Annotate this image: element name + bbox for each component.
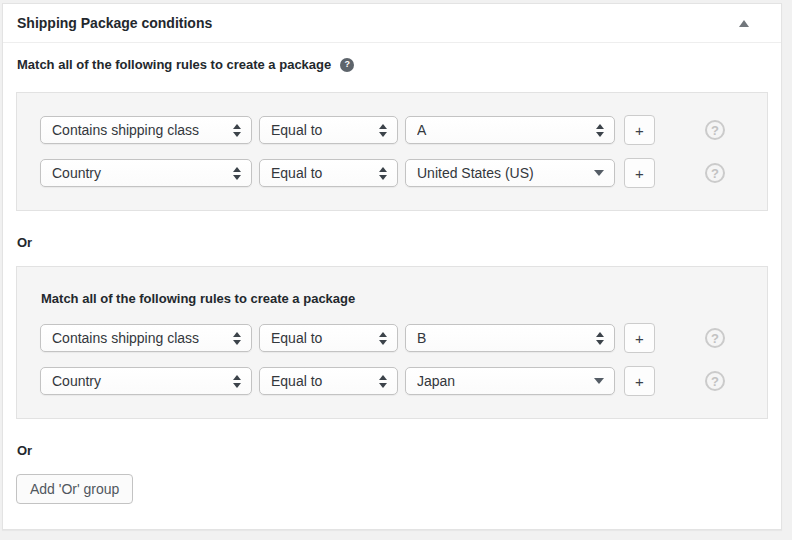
group-2-heading-label: Match all of the following rules to crea…	[41, 291, 355, 306]
panel-header: Shipping Package conditions	[3, 4, 781, 43]
value-select[interactable]: B	[405, 324, 615, 352]
add-condition-button[interactable]: +	[624, 323, 655, 353]
condition-select[interactable]: Contains shipping class	[40, 116, 252, 144]
condition-select[interactable]: Country	[40, 159, 252, 187]
value-dropdown[interactable]: United States (US)	[405, 159, 615, 187]
condition-select[interactable]: Country	[40, 367, 252, 395]
help-circle-icon[interactable]: ?	[705, 163, 725, 183]
condition-row: Contains shipping class Equal to A + ?	[40, 115, 747, 145]
help-circle-icon[interactable]: ?	[705, 371, 725, 391]
group-2-heading: Match all of the following rules to crea…	[41, 291, 747, 306]
add-condition-button[interactable]: +	[624, 115, 655, 145]
select-updown-icon	[596, 332, 604, 345]
condition-row: Contains shipping class Equal to B + ?	[40, 323, 747, 353]
select-updown-icon	[379, 167, 387, 180]
add-or-group-button[interactable]: Add 'Or' group	[16, 474, 133, 504]
or-label: Or	[17, 443, 768, 458]
condition-group-1: Contains shipping class Equal to A + ? C…	[16, 92, 768, 211]
select-updown-icon	[379, 332, 387, 345]
shipping-package-conditions-panel: Shipping Package conditions Match all of…	[2, 3, 782, 530]
select-updown-icon	[233, 124, 241, 137]
value-select[interactable]: A	[405, 116, 615, 144]
chevron-up-icon	[739, 20, 749, 27]
select-updown-icon	[233, 332, 241, 345]
help-icon[interactable]: ?	[340, 58, 354, 72]
operator-select[interactable]: Equal to	[259, 324, 398, 352]
condition-select[interactable]: Contains shipping class	[40, 324, 252, 352]
chevron-down-icon	[594, 170, 604, 176]
add-condition-button[interactable]: +	[624, 366, 655, 396]
value-dropdown[interactable]: Japan	[405, 367, 615, 395]
condition-row: Country Equal to United States (US) + ?	[40, 158, 747, 188]
chevron-down-icon	[594, 378, 604, 384]
group-1-heading: Match all of the following rules to crea…	[17, 57, 768, 72]
panel-title: Shipping Package conditions	[17, 15, 212, 31]
select-updown-icon	[379, 124, 387, 137]
operator-select[interactable]: Equal to	[259, 159, 398, 187]
or-label: Or	[17, 235, 768, 250]
collapse-toggle-button[interactable]	[733, 14, 755, 33]
select-updown-icon	[233, 167, 241, 180]
group-1-heading-label: Match all of the following rules to crea…	[17, 57, 331, 72]
select-updown-icon	[379, 375, 387, 388]
condition-group-2: Match all of the following rules to crea…	[16, 266, 768, 419]
operator-select[interactable]: Equal to	[259, 116, 398, 144]
help-circle-icon[interactable]: ?	[705, 120, 725, 140]
select-updown-icon	[233, 375, 241, 388]
help-circle-icon[interactable]: ?	[705, 328, 725, 348]
select-updown-icon	[596, 124, 604, 137]
add-condition-button[interactable]: +	[624, 158, 655, 188]
operator-select[interactable]: Equal to	[259, 367, 398, 395]
condition-row: Country Equal to Japan + ?	[40, 366, 747, 396]
panel-body: Match all of the following rules to crea…	[3, 43, 781, 504]
